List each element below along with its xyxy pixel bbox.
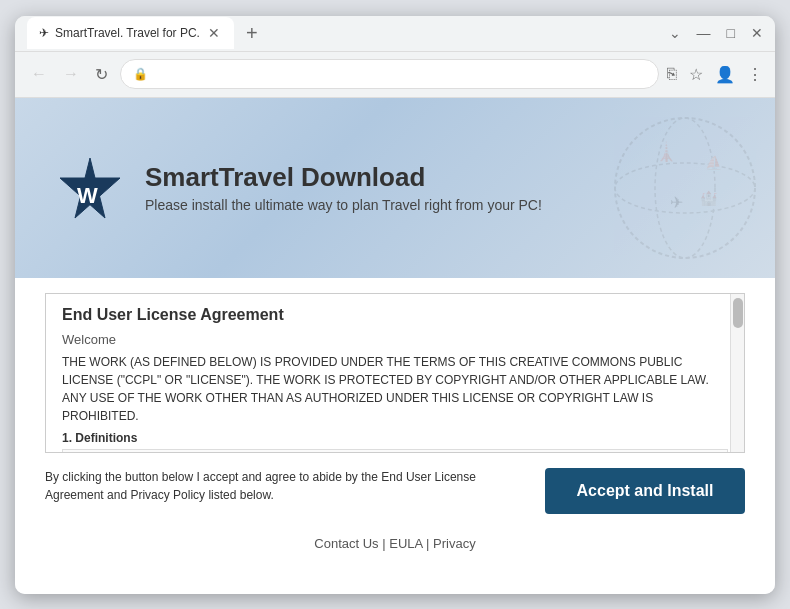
- lock-icon: 🔒: [133, 67, 148, 81]
- active-tab[interactable]: ✈ SmartTravel. Travel for PC. ✕: [27, 17, 234, 49]
- close-button[interactable]: ✕: [751, 25, 763, 41]
- minimize-button[interactable]: —: [697, 25, 711, 41]
- footer-eula-link[interactable]: EULA: [389, 536, 422, 551]
- url-bar[interactable]: 🔒: [120, 59, 659, 89]
- hero-section: 🗼 ⛵ ✈ 🏰 W SmartTravel Download Please in…: [15, 98, 775, 278]
- svg-point-0: [615, 118, 755, 258]
- scroll-thumb[interactable]: [733, 298, 743, 328]
- page-footer: Contact Us | EULA | Privacy: [15, 524, 775, 563]
- window-controls: ⌄ — □ ✕: [669, 25, 763, 41]
- svg-text:W: W: [77, 183, 98, 208]
- tab-close-button[interactable]: ✕: [206, 25, 222, 41]
- chevron-down-icon: ⌄: [669, 25, 681, 41]
- eula-title: End User License Agreement: [62, 306, 728, 324]
- browser-window: ✈ SmartTravel. Travel for PC. ✕ + ⌄ — □ …: [15, 16, 775, 594]
- address-actions: ⎘ ☆ 👤 ⋮: [667, 65, 763, 84]
- share-icon[interactable]: ⎘: [667, 65, 677, 83]
- hero-decoration: 🗼 ⛵ ✈ 🏰: [475, 98, 775, 278]
- forward-button[interactable]: →: [59, 61, 83, 87]
- menu-icon[interactable]: ⋮: [747, 65, 763, 84]
- eula-section-header: 1. Definitions: [62, 431, 728, 445]
- brand-logo: W: [55, 153, 125, 223]
- svg-text:🗼: 🗼: [655, 141, 678, 163]
- address-bar: ← → ↻ 🔒 ⎘ ☆ 👤 ⋮: [15, 52, 775, 98]
- bookmark-icon[interactable]: ☆: [689, 65, 703, 84]
- svg-point-1: [655, 118, 715, 258]
- footer-privacy-link[interactable]: Privacy: [433, 536, 476, 551]
- refresh-button[interactable]: ↻: [91, 61, 112, 88]
- new-tab-button[interactable]: +: [246, 22, 258, 45]
- eula-welcome: Welcome: [62, 332, 728, 347]
- eula-excerpt: "Adaptation" means a work based upon the…: [62, 449, 728, 452]
- svg-text:⛵: ⛵: [705, 155, 723, 172]
- back-button[interactable]: ←: [27, 61, 51, 87]
- footer-contact-link[interactable]: Contact Us: [314, 536, 378, 551]
- accept-text: By clicking the button below I accept an…: [45, 468, 495, 504]
- svg-point-2: [615, 163, 755, 213]
- eula-box: End User License Agreement Welcome THE W…: [45, 293, 745, 453]
- tab-title: SmartTravel. Travel for PC.: [55, 26, 200, 40]
- accept-area: By clicking the button below I accept an…: [45, 468, 745, 514]
- user-icon[interactable]: 👤: [715, 65, 735, 84]
- accept-install-button[interactable]: Accept and Install: [545, 468, 745, 514]
- page-content: 🗼 ⛵ ✈ 🏰 W SmartTravel Download Please in…: [15, 98, 775, 594]
- eula-container: End User License Agreement Welcome THE W…: [45, 293, 745, 453]
- scrollbar[interactable]: [730, 294, 744, 452]
- title-bar: ✈ SmartTravel. Travel for PC. ✕ + ⌄ — □ …: [15, 16, 775, 52]
- svg-text:✈: ✈: [670, 194, 683, 211]
- eula-scroll-area[interactable]: End User License Agreement Welcome THE W…: [46, 294, 744, 452]
- maximize-button[interactable]: □: [727, 25, 735, 41]
- tab-favicon: ✈: [39, 26, 49, 40]
- svg-text:🏰: 🏰: [700, 190, 718, 207]
- eula-body-text: THE WORK (AS DEFINED BELOW) IS PROVIDED …: [62, 353, 728, 425]
- logo-area: W SmartTravel Download Please install th…: [55, 153, 542, 223]
